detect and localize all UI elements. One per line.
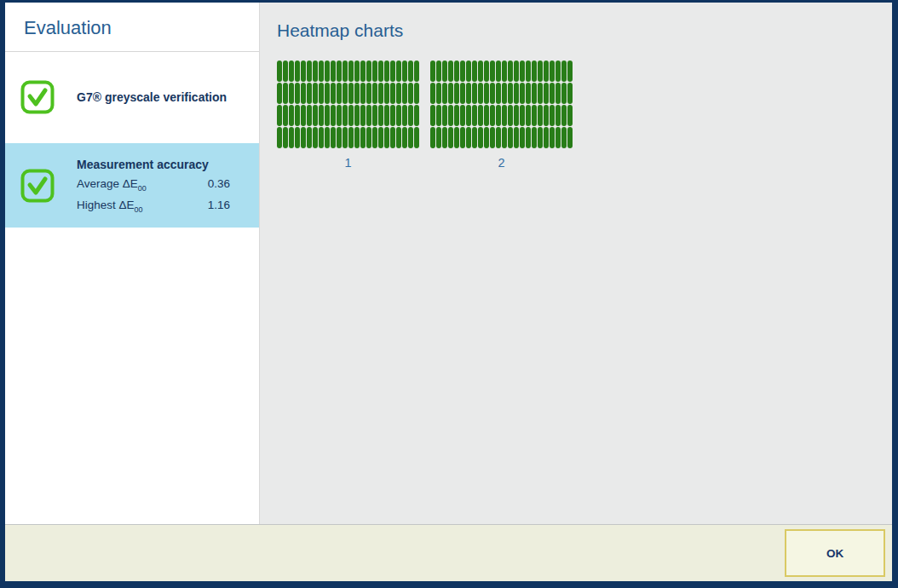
heatmap-cell bbox=[372, 105, 377, 126]
heatmap-cell bbox=[402, 61, 407, 82]
heatmap-cell bbox=[550, 105, 555, 126]
heatmap-cell bbox=[514, 105, 519, 126]
heatmap-grid bbox=[277, 61, 419, 148]
heatmap-cell bbox=[354, 105, 360, 126]
heatmap-cell bbox=[430, 105, 435, 126]
heatmap-cell bbox=[466, 61, 471, 82]
heatmap-cell bbox=[520, 61, 525, 82]
check-passed-icon bbox=[20, 169, 55, 203]
heatmap-cell bbox=[289, 105, 294, 126]
sidebar-title: Evaluation bbox=[5, 3, 259, 52]
heatmap-cell bbox=[325, 105, 330, 126]
heatmap-cell bbox=[538, 105, 543, 126]
metric-name: Highest ΔE00 bbox=[77, 199, 143, 214]
heatmap-cell bbox=[348, 127, 354, 148]
heatmap-cell bbox=[396, 83, 401, 104]
heatmap-cell bbox=[442, 127, 447, 148]
heatmap-cell bbox=[442, 105, 447, 126]
heatmap-cell bbox=[567, 61, 573, 82]
heatmap-cell bbox=[514, 127, 519, 148]
heatmap-cell bbox=[331, 83, 336, 104]
heatmap-cell bbox=[472, 61, 477, 82]
heatmap-cell bbox=[319, 127, 324, 148]
heatmap-cell bbox=[430, 83, 435, 104]
heatmap-cell bbox=[544, 105, 549, 126]
heatmap-cell bbox=[478, 105, 483, 126]
main-panel-title: Heatmap charts bbox=[277, 3, 892, 41]
heatmap-chart-1: 1 bbox=[277, 61, 419, 170]
heatmap-cell bbox=[454, 127, 459, 148]
heatmap-cell bbox=[343, 105, 348, 126]
heatmap-cell bbox=[295, 127, 300, 148]
heatmap-cell bbox=[538, 127, 543, 148]
heatmap-cell bbox=[484, 127, 489, 148]
heatmap-cell bbox=[348, 61, 354, 82]
heatmap-cell bbox=[532, 83, 537, 104]
metric-name: Average ΔE00 bbox=[77, 177, 147, 193]
heatmap-cell bbox=[460, 61, 465, 82]
evaluation-window: Evaluation G7® greyscale verification Me… bbox=[0, 0, 898, 588]
heatmap-cell bbox=[313, 105, 318, 126]
heatmap-cell bbox=[454, 61, 459, 82]
heatmap-cell bbox=[490, 105, 495, 126]
heatmap-cell bbox=[490, 127, 495, 148]
heatmap-cell bbox=[325, 61, 330, 82]
heatmap-cell bbox=[561, 105, 567, 126]
ok-button[interactable]: OK bbox=[785, 529, 885, 577]
heatmap-cell bbox=[496, 105, 501, 126]
heatmap-cell bbox=[567, 127, 573, 148]
heatmap-cell bbox=[354, 127, 360, 148]
heatmap-cell bbox=[532, 127, 537, 148]
heatmap-cell bbox=[283, 127, 288, 148]
heatmap-cell bbox=[567, 83, 573, 104]
heatmap-cell bbox=[508, 105, 513, 126]
heatmap-cell bbox=[348, 105, 354, 126]
metric-value: 0.36 bbox=[208, 177, 230, 193]
heatmap-cell bbox=[472, 105, 477, 126]
heatmap-cell bbox=[472, 127, 477, 148]
heatmap-cell bbox=[313, 83, 318, 104]
heatmap-cell bbox=[448, 61, 453, 82]
metric-highest-deltae: Highest ΔE00 1.16 bbox=[77, 199, 230, 214]
heatmap-cell bbox=[366, 83, 371, 104]
heatmap-cell bbox=[343, 83, 348, 104]
heatmap-cell bbox=[295, 105, 300, 126]
heatmap-chart-2: 2 bbox=[430, 61, 573, 170]
heatmap-cell bbox=[360, 105, 366, 126]
heatmap-cell bbox=[337, 105, 342, 126]
heatmap-cell bbox=[390, 83, 395, 104]
heatmap-cell bbox=[396, 61, 401, 82]
heatmap-cell bbox=[343, 61, 348, 82]
heatmap-cell bbox=[448, 83, 453, 104]
heatmap-cell bbox=[396, 105, 401, 126]
heatmap-cell bbox=[526, 127, 531, 148]
sidebar-item-g7-greyscale-verification[interactable]: G7® greyscale verification bbox=[5, 52, 259, 141]
heatmap-cell bbox=[307, 105, 312, 126]
heatmap-cell bbox=[514, 83, 519, 104]
heatmap-cell bbox=[561, 127, 567, 148]
heatmap-cell bbox=[454, 83, 459, 104]
heatmap-cell bbox=[307, 61, 312, 82]
heatmap-cell bbox=[366, 61, 371, 82]
heatmap-cell bbox=[430, 61, 435, 82]
heatmap-cell bbox=[478, 127, 483, 148]
heatmap-cell bbox=[354, 61, 360, 82]
heatmap-cell bbox=[289, 83, 294, 104]
heatmap-cell bbox=[508, 61, 513, 82]
heatmap-cell bbox=[307, 83, 312, 104]
heatmap-cell bbox=[472, 83, 477, 104]
heatmap-cell bbox=[313, 61, 318, 82]
heatmap-cell bbox=[526, 105, 531, 126]
sidebar-item-measurement-accuracy[interactable]: Measurement accuracy Average ΔE00 0.36 H… bbox=[5, 143, 259, 228]
heatmap-cell bbox=[448, 127, 453, 148]
heatmap-cell bbox=[372, 83, 377, 104]
heatmap-cell bbox=[331, 61, 336, 82]
heatmap-cell bbox=[561, 83, 567, 104]
heatmap-cell bbox=[378, 105, 383, 126]
heatmap-cell bbox=[396, 127, 401, 148]
heatmap-cell bbox=[538, 61, 543, 82]
heatmap-cell bbox=[372, 127, 377, 148]
heatmap-cell bbox=[484, 105, 489, 126]
heatmap-cell bbox=[408, 105, 413, 126]
heatmap-cell bbox=[408, 127, 413, 148]
